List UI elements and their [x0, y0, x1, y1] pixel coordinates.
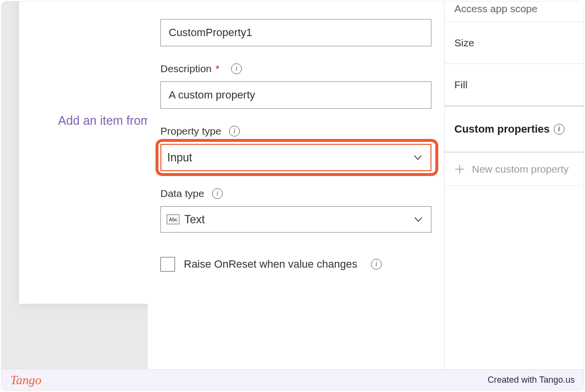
info-icon[interactable]: i: [371, 259, 382, 270]
canvas-placeholder-text: Add an item from: [58, 114, 151, 128]
tango-footer: Tango Created with Tango.us: [1, 369, 584, 391]
data-type-label: Data type: [160, 188, 204, 199]
custom-property-form: Name CustomProperty1 Description * i A c…: [148, 1, 444, 372]
name-input-value: CustomProperty1: [169, 26, 252, 39]
description-label: Description: [160, 63, 212, 75]
info-icon[interactable]: i: [229, 126, 240, 137]
info-icon[interactable]: i: [554, 124, 565, 135]
info-icon[interactable]: i: [212, 188, 223, 199]
description-input[interactable]: A custom property: [160, 81, 431, 109]
description-input-value: A custom property: [169, 89, 255, 101]
required-asterisk: *: [215, 63, 219, 75]
tango-credit: Created with Tango.us: [488, 375, 575, 385]
new-custom-property-button[interactable]: New custom property: [445, 153, 584, 186]
raise-onreset-label: Raise OnReset when value changes: [184, 258, 357, 271]
sidebar-custom-properties-header: Custom properties i: [445, 106, 584, 153]
data-type-select[interactable]: Abc Text: [160, 206, 431, 233]
new-custom-property-label: New custom property: [472, 163, 568, 175]
raise-onreset-checkbox[interactable]: [160, 257, 175, 272]
sidebar-size[interactable]: Size: [445, 22, 584, 64]
sidebar-access-scope[interactable]: Access app scope: [445, 1, 584, 22]
chevron-down-icon: [413, 215, 423, 224]
tango-logo: Tango: [10, 373, 41, 388]
property-type-label: Property type: [160, 125, 221, 137]
data-type-value: Text: [184, 213, 205, 226]
sidebar-fill[interactable]: Fill: [445, 64, 584, 106]
chevron-down-icon: [413, 153, 423, 162]
plus-icon: [454, 164, 465, 175]
name-input[interactable]: CustomProperty1: [160, 19, 431, 46]
text-type-icon: Abc: [167, 215, 179, 224]
info-icon[interactable]: i: [231, 63, 242, 74]
properties-sidebar: Access app scope Size Fill Custom proper…: [444, 1, 584, 372]
property-type-select[interactable]: Input: [160, 144, 431, 171]
property-type-value: Input: [167, 151, 192, 164]
